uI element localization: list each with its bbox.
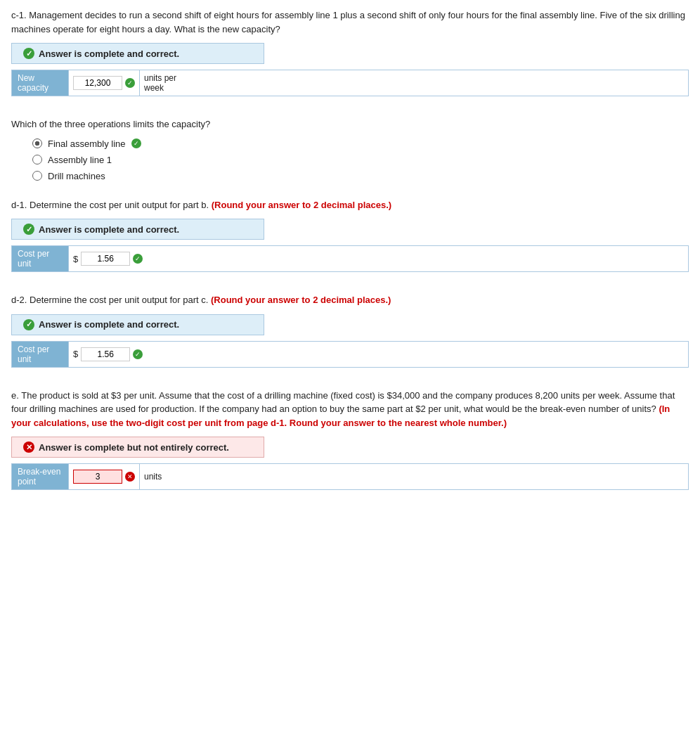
d1-question-prefix: d-1. Determine the cost per unit output … — [11, 200, 212, 210]
e-answer-box-wrapper: ✕ Answer is complete but not entirely co… — [11, 437, 689, 490]
d2-question: d-2. Determine the cost per unit output … — [11, 293, 689, 307]
e-status-line: ✕ Answer is complete but not entirely co… — [23, 441, 252, 453]
e-answer-row: Break-evenpoint ✕ units — [11, 463, 689, 490]
c1-section: c-1. Management decides to run a second … — [11, 8, 689, 96]
d1-status-box: ✓ Answer is complete and correct. — [11, 219, 264, 240]
c1-answer-box: ✓ Answer is complete and correct. Newcap… — [11, 43, 689, 96]
d1-label-cell: Cost perunit — [12, 246, 68, 271]
radio-drill-label: Drill machines — [48, 171, 105, 181]
d1-answer-row: Cost perunit $ ✓ — [11, 245, 689, 272]
which-section: Which of the three operations limits the… — [11, 117, 689, 181]
e-value-input[interactable] — [73, 470, 122, 484]
radio-item-assembly1[interactable]: Assembly line 1 — [32, 155, 689, 165]
e-value-cell[interactable]: ✕ — [68, 464, 139, 489]
radio-group: Final assembly line ✓ Assembly line 1 Dr… — [32, 138, 689, 181]
d2-status-box: ✓ Answer is complete and correct. — [11, 314, 264, 335]
d2-question-prefix: d-2. Determine the cost per unit output … — [11, 295, 211, 305]
e-question-prefix: e. The product is sold at $3 per unit. A… — [11, 390, 675, 415]
c1-status-box: ✓ Answer is complete and correct. — [11, 43, 264, 64]
e-section: e. The product is sold at $3 per unit. A… — [11, 389, 689, 491]
c1-check-icon: ✓ — [23, 48, 34, 59]
d2-value-input[interactable] — [81, 347, 130, 361]
radio-item-drill[interactable]: Drill machines — [32, 171, 689, 181]
d1-value-cell[interactable]: $ ✓ — [68, 246, 147, 271]
d2-value-cell[interactable]: $ ✓ — [68, 342, 147, 367]
e-label-cell: Break-evenpoint — [12, 464, 68, 489]
e-unit-cell: units — [139, 464, 181, 489]
d1-answer-box-wrapper: ✓ Answer is complete and correct. Cost p… — [11, 219, 689, 272]
d1-question: d-1. Determine the cost per unit output … — [11, 198, 689, 212]
c1-unit-cell: units perweek — [139, 70, 181, 96]
d1-value-check-icon: ✓ — [133, 254, 143, 264]
c1-value-check-icon: ✓ — [125, 78, 135, 88]
e-x-icon: ✕ — [23, 441, 34, 453]
d2-dollar-sign: $ — [73, 349, 78, 359]
c1-value-input[interactable] — [73, 76, 122, 90]
c1-value-cell[interactable]: ✓ — [68, 70, 139, 96]
e-value-x-icon: ✕ — [125, 472, 135, 482]
d1-value-input[interactable] — [81, 252, 130, 266]
radio-drill-circle[interactable] — [32, 171, 42, 181]
c1-answer-row: Newcapacity ✓ units perweek — [11, 70, 689, 96]
d2-value-check-icon: ✓ — [133, 349, 143, 359]
radio-assembly1-label: Assembly line 1 — [48, 155, 112, 165]
radio-final-label: Final assembly line — [48, 138, 126, 149]
d2-label-cell: Cost perunit — [12, 342, 68, 367]
d1-status-line: ✓ Answer is complete and correct. — [23, 224, 252, 235]
d1-dollar-sign: $ — [73, 254, 78, 264]
d1-check-icon: ✓ — [23, 224, 34, 235]
c1-status-text: Answer is complete and correct. — [39, 49, 179, 59]
radio-assembly1-circle[interactable] — [32, 155, 42, 165]
d2-answer-row: Cost perunit $ ✓ — [11, 341, 689, 368]
radio-item-final[interactable]: Final assembly line ✓ — [32, 138, 689, 149]
c1-label-cell: Newcapacity — [12, 70, 68, 96]
d2-section: d-2. Determine the cost per unit output … — [11, 293, 689, 368]
e-status-text: Answer is complete but not entirely corr… — [39, 442, 229, 453]
d2-status-line: ✓ Answer is complete and correct. — [23, 319, 252, 330]
e-question: e. The product is sold at $3 per unit. A… — [11, 389, 689, 430]
which-question: Which of the three operations limits the… — [11, 117, 689, 131]
d2-question-suffix: (Round your answer to 2 decimal places.) — [211, 295, 391, 305]
c1-question: c-1. Management decides to run a second … — [11, 8, 689, 36]
d1-question-suffix: (Round your answer to 2 decimal places.) — [212, 200, 391, 210]
d1-section: d-1. Determine the cost per unit output … — [11, 198, 689, 273]
d2-check-icon: ✓ — [23, 319, 34, 330]
radio-final-check-icon: ✓ — [131, 138, 141, 148]
c1-status-line: ✓ Answer is complete and correct. — [23, 48, 252, 59]
d2-answer-box-wrapper: ✓ Answer is complete and correct. Cost p… — [11, 314, 689, 368]
d2-status-text: Answer is complete and correct. — [39, 319, 179, 330]
radio-final-circle[interactable] — [32, 138, 42, 148]
d1-status-text: Answer is complete and correct. — [39, 224, 179, 235]
e-status-box: ✕ Answer is complete but not entirely co… — [11, 437, 264, 458]
